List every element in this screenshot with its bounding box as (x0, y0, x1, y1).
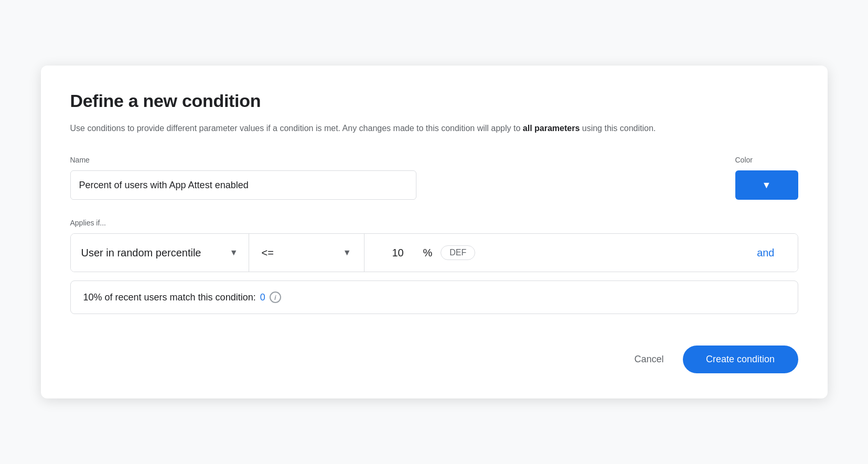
condition-type-select[interactable]: User in random percentile ▼ (81, 234, 249, 272)
name-label: Name (70, 156, 719, 164)
match-text: 10% of recent users match this condition… (83, 292, 256, 303)
match-info-box: 10% of recent users match this condition… (70, 280, 798, 314)
operator-label: <= (262, 247, 338, 259)
info-icon[interactable]: i (270, 292, 281, 303)
condition-row: User in random percentile ▼ <= ▼ % DEF a… (71, 234, 798, 272)
chevron-down-icon: ▼ (762, 180, 771, 191)
color-label: Color (735, 156, 798, 164)
description-bold: all parameters (523, 124, 580, 133)
create-condition-button[interactable]: Create condition (683, 346, 798, 373)
dialog-description: Use conditions to provide different para… (70, 122, 798, 135)
color-picker-button[interactable]: ▼ (735, 170, 798, 200)
define-condition-dialog: Define a new condition Use conditions to… (41, 66, 828, 399)
dialog-actions: Cancel Create condition (70, 346, 798, 373)
operator-chevron-icon: ▼ (343, 248, 351, 257)
name-color-row: Name Color ▼ (70, 156, 798, 200)
value-input-area: % DEF and (365, 234, 787, 272)
def-badge-button[interactable]: DEF (441, 245, 475, 260)
percentile-value-input[interactable] (377, 247, 419, 259)
name-field-group: Name (70, 156, 719, 200)
cancel-button[interactable]: Cancel (624, 348, 674, 371)
percent-symbol: % (423, 247, 433, 259)
dialog-title: Define a new condition (70, 91, 798, 111)
condition-type-label: User in random percentile (81, 247, 224, 259)
applies-section: Applies if... User in random percentile … (70, 219, 798, 314)
name-input[interactable] (70, 170, 416, 200)
condition-row-wrapper: User in random percentile ▼ <= ▼ % DEF a… (70, 233, 798, 272)
description-end: using this condition. (580, 124, 656, 133)
match-count: 0 (260, 292, 265, 303)
applies-label: Applies if... (70, 219, 798, 227)
operator-select[interactable]: <= ▼ (249, 234, 365, 272)
condition-type-chevron-icon: ▼ (230, 248, 238, 257)
and-link[interactable]: and (748, 247, 774, 259)
color-field-group: Color ▼ (735, 156, 798, 200)
description-start: Use conditions to provide different para… (70, 124, 523, 133)
